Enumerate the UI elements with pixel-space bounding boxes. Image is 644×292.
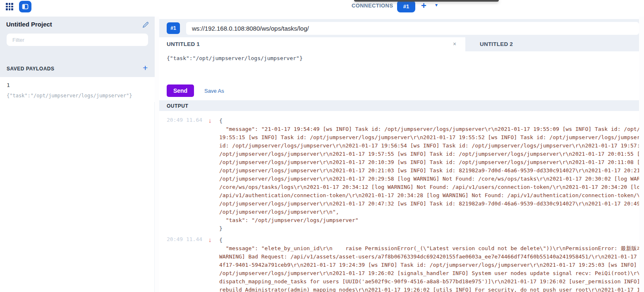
main-panel: #1 UNTITLED 1 × UNTITLED 2 {"task":"/opt…	[159, 17, 644, 292]
log-line: "message": "21-01-17 19:54:49 [ws INFO] …	[219, 125, 639, 133]
log-line: /core/ws/ops/tasks/logs\r\n2021-01-17 20…	[219, 183, 639, 191]
log-line: "task": "/opt/jumpserver/logs/jumpserver…	[219, 216, 639, 224]
sidebar: Untitled Project SAVED PAYLOADS + 1 {"ta…	[0, 17, 155, 292]
log-line: /api/v1/authentication/connection-token/…	[219, 191, 639, 200]
log-line: 4f17-9401-5942a791ceb9\r\n2021-01-17 19:…	[219, 261, 639, 269]
connections-label: CONNECTIONS	[352, 2, 393, 9]
output-log[interactable]: 20:49 11.64 ↓ { "message": "21-01-17 19:…	[159, 111, 639, 292]
send-button[interactable]: Send	[167, 84, 194, 97]
entry-timestamp: 20:49 11.64	[167, 117, 206, 123]
project-title: Untitled Project	[6, 21, 52, 28]
log-line: WARNING] Bad Request: /api/v1/assets/ass…	[219, 253, 639, 261]
log-line: /opt/jumpserver/logs/jumpserver\r\n2021-…	[219, 158, 639, 167]
output-header: OUTPUT	[159, 100, 639, 111]
log-line: /opt/jumpserver/logs/jumpserver\r\n2021-…	[219, 269, 639, 278]
scrollbar-track[interactable]	[639, 17, 644, 292]
save-as-link[interactable]: Save As	[204, 88, 224, 94]
payload-tab-bar: UNTITLED 1 × UNTITLED 2	[159, 37, 644, 51]
tab-label: UNTITLED 1	[167, 41, 200, 47]
received-arrow-icon: ↓	[206, 117, 219, 124]
payload-name: 1	[7, 82, 10, 88]
connection-url-row: #1	[159, 19, 644, 37]
log-line: id: /opt/jumpserver/logs/jumpserver\r\n2…	[219, 142, 639, 150]
log-line: /opt/jumpserver/logs/jumpserver\r\n2021-…	[219, 200, 639, 208]
output-label: OUTPUT	[167, 103, 188, 109]
received-arrow-icon: ↓	[206, 236, 219, 243]
connection-badge: #1	[167, 22, 180, 34]
tab-label: UNTITLED 2	[480, 41, 513, 47]
tab-untitled-1[interactable]: UNTITLED 1 ×	[159, 37, 465, 51]
payload-editor[interactable]: {"task":"/opt/jumpserver/logs/jumpserver…	[159, 51, 644, 84]
payload-text: {"task":"/opt/jumpserver/logs/jumpserver…	[167, 55, 303, 61]
log-line: {	[219, 117, 639, 125]
payload-preview: {"task":"/opt/jumpserver/logs/jumpserver…	[7, 93, 132, 99]
entry-timestamp: 20:49 11.44	[167, 236, 206, 242]
log-line: "message": "elete_by_union_id\r\n raise …	[219, 244, 639, 253]
log-line: }	[219, 224, 639, 233]
log-line: dispatch_mapping_node_tasks for users [U…	[219, 278, 639, 286]
log-line: rebuild Administrator(admin) mapping nod…	[219, 286, 639, 292]
project-header: Untitled Project	[0, 17, 155, 60]
tab-untitled-2[interactable]: UNTITLED 2	[465, 37, 644, 51]
output-entry: 20:49 11.64 ↓ { "message": "21-01-17 19:…	[159, 111, 639, 233]
add-payload-button[interactable]: +	[143, 63, 148, 73]
log-line: /opt/jumpserver/logs/jumpserver\r\n2021-…	[219, 175, 639, 183]
filter-input[interactable]	[7, 34, 148, 46]
entry-message: { "message": "21-01-17 19:54:49 [ws INFO…	[219, 117, 639, 233]
apps-grid-icon[interactable]	[6, 3, 13, 10]
log-line: /opt/jumpserver/logs/jumpserver\r\n",	[219, 208, 639, 216]
add-connection-button[interactable]: +	[421, 0, 426, 11]
websocket-url-input[interactable]	[186, 22, 639, 35]
saved-payloads-label: SAVED PAYLOADS	[7, 66, 54, 72]
edit-project-icon[interactable]	[142, 22, 149, 28]
websocket-client-app: CONNECTIONS #1 + ▾ Untitled Project SAVE…	[0, 0, 644, 292]
output-entry: 20:49 11.44 ↓ { "message": "elete_by_uni…	[159, 233, 639, 292]
top-bar: CONNECTIONS #1 + ▾	[0, 0, 644, 17]
log-line: 19:55:15 [ws INFO] Task id: /opt/jumpser…	[219, 133, 639, 142]
split-panel-icon	[22, 3, 29, 10]
connection-tab-1[interactable]: #1	[397, 0, 415, 12]
log-line: {	[219, 236, 639, 244]
saved-payload-item[interactable]: 1 {"task":"/opt/jumpserver/logs/jumpserv…	[0, 77, 155, 102]
entry-message: { "message": "elete_by_union_id\r\n rais…	[219, 236, 639, 292]
saved-payloads-header: SAVED PAYLOADS +	[0, 60, 155, 77]
close-tab-icon[interactable]: ×	[453, 41, 456, 47]
toggle-sidebar-button[interactable]	[19, 1, 31, 12]
log-line: /opt/jumpserver/logs/jumpserver\r\n2021-…	[219, 167, 639, 175]
connections-dropdown-caret[interactable]: ▾	[435, 2, 438, 8]
log-line: /opt/jumpserver/logs/jumpserver\r\n2021-…	[219, 150, 639, 158]
cutoff-popup-edge	[354, 0, 499, 2]
